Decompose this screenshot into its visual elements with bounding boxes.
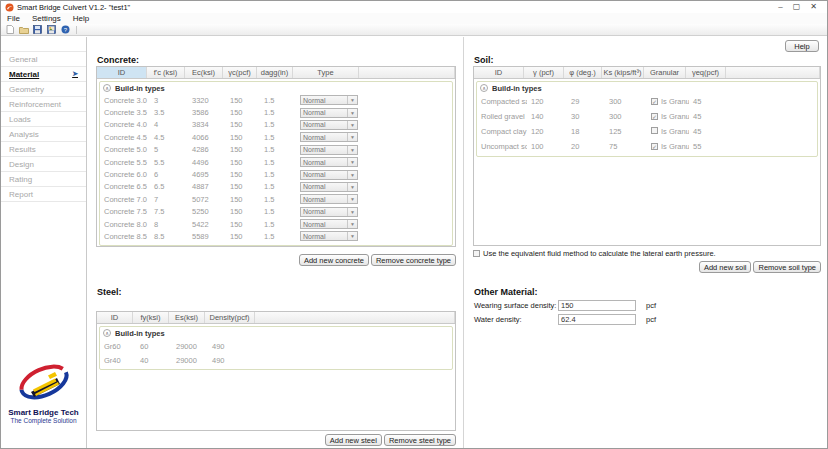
type-dropdown[interactable]: Normal▼ — [300, 182, 358, 192]
is-granular-checkbox[interactable] — [651, 127, 658, 134]
soil-row[interactable]: Compact clay 120 18 125 Is Granular 45 — [477, 124, 817, 139]
is-granular-checkbox[interactable]: ✓ — [651, 143, 658, 150]
cell-ec: 5589 — [188, 232, 226, 241]
sidebar-item-report[interactable]: Report — [1, 187, 86, 202]
cell-gamma: 150 — [226, 220, 260, 229]
soil-col-phi[interactable]: φ (deg.) — [564, 67, 602, 78]
steel-col-id[interactable]: ID — [97, 312, 133, 323]
cell-dagg: 1.5 — [260, 170, 296, 179]
type-dropdown[interactable]: Normal▼ — [300, 108, 358, 118]
help-icon[interactable]: ? — [60, 25, 71, 35]
steel-col-fy[interactable]: fy(ksi) — [133, 312, 169, 323]
type-dropdown[interactable]: Normal▼ — [300, 170, 358, 180]
type-dropdown[interactable]: Normal▼ — [300, 145, 358, 155]
concrete-col-dagg[interactable]: dagg(in) — [257, 67, 293, 78]
collapse-icon[interactable]: ∧ — [103, 329, 111, 337]
type-dropdown[interactable]: Normal▼ — [300, 231, 358, 241]
cell-type: Normal▼ — [296, 132, 362, 142]
cell-fc: 3 — [150, 96, 188, 105]
sidebar-item-geometry[interactable]: Geometry — [1, 82, 86, 97]
soil-col-gamma[interactable]: γ (pcf) — [524, 67, 564, 78]
type-dropdown[interactable]: Normal▼ — [300, 95, 358, 105]
sidebar-item-reinforcement[interactable]: Reinforcement — [1, 97, 86, 112]
type-dropdown[interactable]: Normal▼ — [300, 219, 358, 229]
soil-row[interactable]: Compacted sand 120 29 300 ✓Is Granular 4… — [477, 94, 817, 109]
equiv-fluid-checkbox[interactable] — [473, 250, 480, 257]
remove-soil-type-button[interactable]: Remove soil type — [753, 261, 821, 273]
type-dropdown[interactable]: Normal▼ — [300, 157, 358, 167]
is-granular-checkbox[interactable]: ✓ — [651, 113, 658, 120]
remove-concrete-type-button[interactable]: Remove concrete type — [371, 254, 456, 266]
concrete-row[interactable]: Concrete 7.57.552501501.5Normal▼ — [100, 206, 452, 218]
cell-type: Normal▼ — [296, 120, 362, 130]
close-icon[interactable]: ✕ — [810, 2, 817, 12]
concrete-row[interactable]: Concrete 4.0438341501.5Normal▼ — [100, 119, 452, 131]
concrete-row[interactable]: Concrete 3.0333201501.5Normal▼ — [100, 94, 452, 106]
cell-dagg: 1.5 — [260, 207, 296, 216]
add-new-steel-button[interactable]: Add new steel — [325, 434, 382, 446]
concrete-row[interactable]: Concrete 8.0854221501.5Normal▼ — [100, 218, 452, 230]
dropdown-value: Normal — [303, 146, 326, 153]
minimize-icon[interactable]: – — [778, 2, 782, 12]
concrete-row[interactable]: Concrete 4.54.540661501.5Normal▼ — [100, 131, 452, 143]
concrete-row[interactable]: Concrete 5.55.544961501.5Normal▼ — [100, 156, 452, 168]
concrete-col-type[interactable]: Type — [293, 67, 359, 78]
wearing-surface-density-input[interactable] — [558, 300, 636, 311]
sidebar-item-general[interactable]: General — [1, 52, 86, 67]
concrete-row[interactable]: Concrete 8.58.555891501.5Normal▼ — [100, 230, 452, 242]
new-file-icon[interactable] — [4, 25, 15, 35]
soil-row[interactable]: Rolled gravel 140 30 300 ✓Is Granular 45 — [477, 109, 817, 124]
concrete-col-fc[interactable]: f'c (ksi) — [147, 67, 185, 78]
cell-dagg: 1.5 — [260, 108, 296, 117]
dropdown-value: Normal — [303, 233, 326, 240]
is-granular-label: Is Granular — [661, 112, 689, 121]
cell-ks: 300 — [605, 97, 647, 106]
main-area: General Material➤ Geometry Reinforcement… — [1, 37, 827, 448]
concrete-row[interactable]: Concrete 5.0542861501.5Normal▼ — [100, 144, 452, 156]
save-as-icon[interactable] — [46, 25, 57, 35]
water-density-input[interactable] — [558, 314, 636, 325]
sidebar-item-material[interactable]: Material➤ — [1, 67, 86, 82]
sidebar-item-rating[interactable]: Rating — [1, 172, 86, 187]
steel-row[interactable]: Gr404029000490 — [100, 353, 452, 367]
concrete-col-id[interactable]: ID — [97, 67, 147, 78]
sidebar-item-results[interactable]: Results — [1, 142, 86, 157]
concrete-row[interactable]: Concrete 6.56.548871501.5Normal▼ — [100, 181, 452, 193]
soil-col-granular[interactable]: Granular — [644, 67, 686, 78]
concrete-row[interactable]: Concrete 7.0750721501.5Normal▼ — [100, 193, 452, 205]
steel-row[interactable]: Gr606029000490 — [100, 339, 452, 353]
remove-steel-type-button[interactable]: Remove steel type — [384, 434, 456, 446]
maximize-icon[interactable]: ▢ — [793, 2, 801, 12]
type-dropdown[interactable]: Normal▼ — [300, 194, 358, 204]
soil-col-gammaeq[interactable]: γeq(pcf) — [686, 67, 726, 78]
cell-gamma: 150 — [226, 170, 260, 179]
collapse-icon[interactable]: ∧ — [480, 84, 488, 92]
soil-row[interactable]: Uncompact soil 100 20 75 ✓Is Granular 55 — [477, 139, 817, 154]
type-dropdown[interactable]: Normal▼ — [300, 120, 358, 130]
menu-settings[interactable]: Settings — [32, 14, 61, 23]
open-folder-icon[interactable] — [18, 25, 29, 35]
add-new-concrete-button[interactable]: Add new concrete — [299, 254, 369, 266]
sidebar-item-loads[interactable]: Loads — [1, 112, 86, 127]
concrete-row[interactable]: Concrete 6.0646951501.5Normal▼ — [100, 168, 452, 180]
sidebar-item-analysis[interactable]: Analysis — [1, 127, 86, 142]
is-granular-checkbox[interactable]: ✓ — [651, 98, 658, 105]
concrete-col-ec[interactable]: Ec(ksi) — [185, 67, 223, 78]
type-dropdown[interactable]: Normal▼ — [300, 132, 358, 142]
soil-col-ks[interactable]: Ks (kips/ft³) — [602, 67, 644, 78]
type-dropdown[interactable]: Normal▼ — [300, 207, 358, 217]
menu-file[interactable]: File — [7, 14, 20, 23]
steel-col-density[interactable]: Density(pcf) — [205, 312, 255, 323]
concrete-row[interactable]: Concrete 3.53.535861501.5Normal▼ — [100, 106, 452, 118]
concrete-col-gamma[interactable]: γc(pcf) — [223, 67, 257, 78]
steel-col-es[interactable]: Es(ksi) — [169, 312, 205, 323]
equiv-fluid-option: Use the equivalent fluid method to calcu… — [473, 249, 716, 258]
save-icon[interactable] — [32, 25, 43, 35]
concrete-table: ID f'c (ksi) Ec(ksi) γc(pcf) dagg(in) Ty… — [96, 66, 456, 247]
cell-id: Concrete 7.0 — [100, 195, 150, 204]
collapse-icon[interactable]: ∧ — [103, 84, 111, 92]
menu-help[interactable]: Help — [73, 14, 89, 23]
add-new-soil-button[interactable]: Add new soil — [699, 261, 752, 273]
soil-col-id[interactable]: ID — [474, 67, 524, 78]
sidebar-item-design[interactable]: Design — [1, 157, 86, 172]
